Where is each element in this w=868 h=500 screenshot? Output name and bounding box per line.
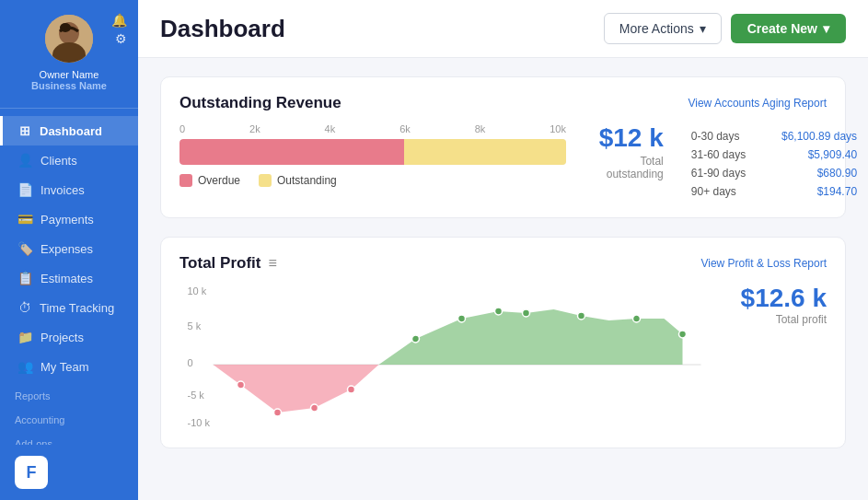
sidebar-profile: 🔔 ⚙ Owner Name Business Name xyxy=(0,0,138,100)
data-point xyxy=(679,331,687,338)
outstanding-revenue-body: 0 2k 4k 6k 8k 10k Overdue xyxy=(179,123,827,201)
data-point xyxy=(348,386,355,393)
profit-total: $12.6 k Total profit xyxy=(725,284,827,326)
aging-table-row: 0-30 days$6,100.89 days xyxy=(691,127,857,145)
header-actions: More Actions ▾ Create New ▾ xyxy=(604,13,846,44)
invoices-icon: 📄 xyxy=(17,182,33,197)
bar-track xyxy=(179,139,566,165)
avatar xyxy=(45,15,93,63)
create-new-button[interactable]: Create New ▾ xyxy=(731,14,846,43)
aging-table-row: 90+ days$194.70 xyxy=(691,182,857,201)
outstanding-dot xyxy=(259,174,272,187)
aging-range: 0-30 days xyxy=(691,130,740,143)
profit-label: Total profit xyxy=(725,313,827,326)
revenue-total: $12 k Total outstanding xyxy=(588,123,664,180)
my-team-icon: 👥 xyxy=(17,359,33,374)
sidebar-item-estimates[interactable]: 📋Estimates xyxy=(0,263,138,293)
sidebar-item-clients[interactable]: 👤Clients xyxy=(0,145,138,175)
aging-value: $194.70 xyxy=(817,185,857,198)
outstanding-revenue-title: Outstanding Revenue xyxy=(179,94,341,112)
clients-icon: 👤 xyxy=(17,153,33,168)
payments-icon: 💳 xyxy=(17,212,33,227)
data-point xyxy=(311,404,318,412)
sidebar-item-label: Invoices xyxy=(41,183,85,197)
freshbooks-logo: F xyxy=(15,456,48,489)
total-profit-card: Total Profit ≡ View Profit & Loss Report… xyxy=(160,237,846,448)
sidebar-item-label: Expenses xyxy=(41,242,93,256)
bar-overdue xyxy=(179,139,404,165)
data-point xyxy=(458,315,466,322)
sidebar-item-label: Projects xyxy=(41,331,84,344)
total-profit-body: 10 k 5 k 0 -5 k -10 k xyxy=(179,284,827,431)
accounts-aging-report-link[interactable]: View Accounts Aging Report xyxy=(688,97,827,110)
total-profit-header: Total Profit ≡ View Profit & Loss Report xyxy=(179,254,827,273)
overdue-label: Overdue xyxy=(198,174,240,187)
aging-table: 0-30 days$6,100.89 days31-60 days$5,909.… xyxy=(691,127,857,201)
data-point xyxy=(237,381,245,389)
data-point xyxy=(412,335,420,343)
aging-table-row: 31-60 days$5,909.40 xyxy=(691,145,857,164)
sidebar-bottom: F xyxy=(0,445,138,500)
main-area: Dashboard More Actions ▾ Create New ▾ Ou… xyxy=(138,0,868,500)
sidebar-nav: ⊞Dashboard👤Clients📄Invoices💳Payments🏷️Ex… xyxy=(0,116,138,445)
sidebar-item-label: My Team xyxy=(41,360,89,374)
sidebar-item-expenses[interactable]: 🏷️Expenses xyxy=(0,234,138,263)
overdue-dot xyxy=(179,174,192,187)
sidebar-item-time-tracking[interactable]: ⏱Time Tracking xyxy=(0,293,138,322)
business-name-label: Business Name xyxy=(31,80,107,91)
expenses-icon: 🏷️ xyxy=(17,241,33,256)
page-header: Dashboard More Actions ▾ Create New ▾ xyxy=(138,0,868,58)
sidebar-item-label: Time Tracking xyxy=(40,301,114,315)
profit-loss-report-link[interactable]: View Profit & Loss Report xyxy=(700,257,827,270)
sidebar-item-label: Payments xyxy=(41,213,94,227)
outstanding-revenue-card: Outstanding Revenue View Accounts Aging … xyxy=(160,76,846,218)
outstanding-revenue-right: $12 k Total outstanding 0-30 days$6,100.… xyxy=(588,123,857,201)
dashboard-icon: ⊞ xyxy=(17,123,32,138)
sidebar-item-invoices[interactable]: 📄Invoices xyxy=(0,175,138,204)
sidebar-item-label: Dashboard xyxy=(40,124,102,138)
svg-text:-5 k: -5 k xyxy=(188,390,205,401)
total-profit-title: Total Profit xyxy=(179,254,260,273)
bar-scale: 0 2k 4k 6k 8k 10k xyxy=(179,123,566,134)
data-point xyxy=(523,309,530,317)
aging-table-row: 61-90 days$680.90 xyxy=(691,164,857,182)
sidebar-item-label: Estimates xyxy=(41,272,93,285)
profit-chart: 10 k 5 k 0 -5 k -10 k xyxy=(179,284,725,431)
bar-outstanding xyxy=(404,139,566,165)
data-point xyxy=(633,315,641,322)
section-label-addons: Add-ons xyxy=(0,429,138,445)
svg-text:5 k: 5 k xyxy=(188,320,202,331)
svg-text:10 k: 10 k xyxy=(188,285,207,297)
data-point xyxy=(578,312,585,320)
time-tracking-icon: ⏱ xyxy=(17,300,32,315)
aging-value: $680.90 xyxy=(817,167,857,180)
section-label-reports: Reports xyxy=(0,381,138,405)
aging-range: 90+ days xyxy=(691,185,736,198)
aging-value: $5,909.40 xyxy=(808,148,857,161)
estimates-icon: 📋 xyxy=(17,271,33,285)
bell-icon[interactable]: 🔔 xyxy=(111,13,127,28)
outstanding-revenue-chart: 0 2k 4k 6k 8k 10k Overdue xyxy=(179,123,566,187)
total-profit-title-area: Total Profit ≡ xyxy=(179,254,277,273)
owner-name-label: Owner Name xyxy=(40,69,99,80)
sidebar: 🔔 ⚙ Owner Name Business Name ⊞Dashboard👤… xyxy=(0,0,138,500)
aging-value: $6,100.89 days xyxy=(781,130,857,143)
sidebar-item-payments[interactable]: 💳Payments xyxy=(0,204,138,234)
revenue-amount-value: $12 k xyxy=(588,123,664,153)
outstanding-revenue-header: Outstanding Revenue View Accounts Aging … xyxy=(179,94,827,112)
gear-icon[interactable]: ⚙ xyxy=(115,31,127,46)
sidebar-item-dashboard[interactable]: ⊞Dashboard xyxy=(0,116,138,145)
sidebar-item-projects[interactable]: 📁Projects xyxy=(0,322,138,352)
svg-text:0: 0 xyxy=(188,357,193,368)
data-point xyxy=(495,308,503,315)
section-label-accounting: Accounting xyxy=(0,405,138,429)
profit-amount-value: $12.6 k xyxy=(725,284,827,313)
sidebar-item-my-team[interactable]: 👥My Team xyxy=(0,352,138,381)
svg-text:-10 k: -10 k xyxy=(188,417,211,428)
filter-icon[interactable]: ≡ xyxy=(268,255,276,272)
page-title: Dashboard xyxy=(160,15,285,43)
sidebar-item-label: Clients xyxy=(41,154,77,168)
main-content: Outstanding Revenue View Accounts Aging … xyxy=(138,58,868,500)
more-actions-button[interactable]: More Actions ▾ xyxy=(604,13,722,44)
projects-icon: 📁 xyxy=(17,330,33,344)
